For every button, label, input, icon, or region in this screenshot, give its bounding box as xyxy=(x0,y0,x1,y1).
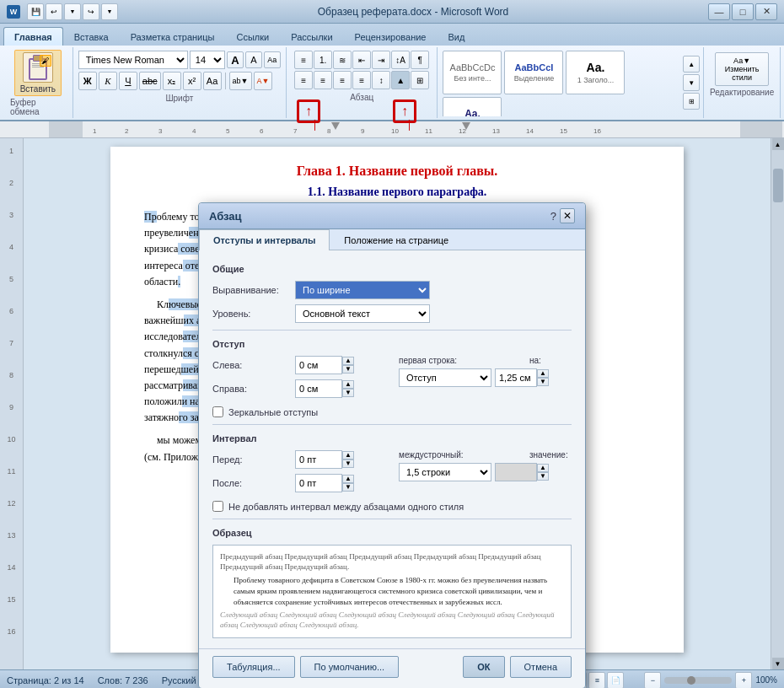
ok-button[interactable]: ОК xyxy=(463,656,504,678)
space-before-down[interactable]: ▼ xyxy=(342,460,354,468)
tab-mailings[interactable]: Рассылки xyxy=(280,27,343,46)
space-after-up[interactable]: ▲ xyxy=(342,475,354,483)
minimize-button[interactable]: — xyxy=(708,3,730,20)
change-case-button[interactable]: Аа xyxy=(203,72,222,90)
scroll-down-button[interactable]: ▼ xyxy=(772,658,784,669)
show-marks-button[interactable]: ¶ xyxy=(411,51,429,69)
bold-button[interactable]: Ж xyxy=(78,72,97,90)
outline-button[interactable]: ≡ xyxy=(588,672,605,689)
customize-button[interactable]: ▼ xyxy=(101,3,118,20)
tab-home[interactable]: Главная xyxy=(3,27,63,46)
italic-button[interactable]: К xyxy=(99,72,117,90)
space-after-down[interactable]: ▼ xyxy=(342,483,354,492)
increase-font-button[interactable]: A xyxy=(227,51,244,68)
tab-view[interactable]: Вид xyxy=(438,27,476,46)
tab-review[interactable]: Рецензирование xyxy=(344,27,438,46)
tabulation-button[interactable]: Табуляция... xyxy=(212,656,295,678)
align-justify-button[interactable]: ≡ xyxy=(352,71,371,89)
scrollbar-vertical[interactable]: ▲ ▼ xyxy=(771,138,784,669)
underline-button[interactable]: Ч xyxy=(119,72,137,90)
style-heading2[interactable]: Aa. 1 Заголо... xyxy=(566,51,625,94)
save-button[interactable]: 💾 xyxy=(27,3,44,20)
space-before-input[interactable] xyxy=(295,450,342,469)
svg-text:6: 6 xyxy=(260,127,264,135)
dialog-help-button[interactable]: ? xyxy=(550,210,556,223)
default-button[interactable]: По умолчанию... xyxy=(300,656,400,678)
draft-button[interactable]: 📄 xyxy=(607,672,624,689)
numbering-button[interactable]: 1. xyxy=(314,51,332,69)
first-line-value-input[interactable] xyxy=(495,368,537,387)
alignment-select[interactable]: По ширине xyxy=(295,281,430,299)
line-spacing-button[interactable]: ↕ xyxy=(372,71,390,89)
superscript-button[interactable]: x² xyxy=(183,72,201,90)
sort-button[interactable]: ↕A xyxy=(391,51,410,69)
styles-expand[interactable]: ⊞ xyxy=(683,93,700,110)
subscript-button[interactable]: x₂ xyxy=(163,72,181,90)
font-color-button[interactable]: A▼ xyxy=(254,72,273,90)
borders-button[interactable]: ⊞ xyxy=(411,71,429,89)
zoom-in-button[interactable]: + xyxy=(735,672,752,689)
mirror-indent-checkbox[interactable] xyxy=(212,406,223,417)
margin-num-3: 3 xyxy=(0,209,23,241)
indent-right-up[interactable]: ▲ xyxy=(342,380,354,389)
undo-dropdown[interactable]: ▼ xyxy=(64,3,81,20)
align-right-button[interactable]: ≡ xyxy=(333,71,352,89)
tab-page-layout[interactable]: Разметка страницы xyxy=(120,27,226,46)
scroll-thumb[interactable] xyxy=(773,169,783,202)
space-after-input[interactable] xyxy=(295,474,342,492)
style-heading1[interactable]: AaBbCcI Выделение xyxy=(504,51,563,94)
level-select[interactable]: Основной текст xyxy=(295,304,430,323)
tab-references[interactable]: Ссылки xyxy=(225,27,280,46)
scroll-up-button[interactable]: ▲ xyxy=(772,138,784,150)
zoom-out-button[interactable]: − xyxy=(644,672,661,689)
increase-indent-button[interactable]: ⇥ xyxy=(372,51,390,69)
highlight-button[interactable]: ab▼ xyxy=(229,72,252,90)
indent-left-input[interactable] xyxy=(295,356,342,374)
style-normal[interactable]: AaBbCcDc Без инте... xyxy=(443,51,502,94)
strikethrough-button[interactable]: abc xyxy=(139,72,161,90)
clear-format-button[interactable]: Aa xyxy=(264,51,281,68)
indent-right-row: Справа: ▲ ▼ xyxy=(212,379,385,398)
space-before-spinner: ▲ ▼ xyxy=(295,450,354,469)
indent-right-down[interactable]: ▼ xyxy=(342,389,354,397)
first-line-select[interactable]: Отступ xyxy=(399,368,491,387)
font-size-select[interactable]: 14 xyxy=(190,51,225,69)
paste-button[interactable]: 🖌 Вставить xyxy=(14,50,62,96)
chapter-title: Глава 1. Название первой главы. xyxy=(144,164,650,179)
decrease-font-button[interactable]: A xyxy=(245,51,262,68)
styles-scroll-down[interactable]: ▼ xyxy=(683,74,700,91)
dialog-tab-position[interactable]: Положение на странице xyxy=(330,229,463,250)
multilevel-button[interactable]: ≋ xyxy=(333,51,352,69)
line-spacing-up[interactable]: ▲ xyxy=(537,464,549,472)
no-interval-checkbox[interactable] xyxy=(212,501,223,512)
undo-button[interactable]: ↩ xyxy=(46,3,62,20)
change-styles-button[interactable]: Аа▼ Изменить стили xyxy=(715,52,769,86)
sample-section-label: Образец xyxy=(212,528,572,538)
line-spacing-value-input[interactable] xyxy=(495,463,537,481)
zoom-slider[interactable] xyxy=(664,677,732,684)
close-button[interactable]: ✕ xyxy=(755,3,777,20)
first-line-up[interactable]: ▲ xyxy=(537,369,549,378)
space-before-up[interactable]: ▲ xyxy=(342,451,354,460)
indent-left-up[interactable]: ▲ xyxy=(342,357,354,365)
dialog-close-button[interactable]: ✕ xyxy=(560,208,575,223)
tab-insert[interactable]: Вставка xyxy=(63,27,120,46)
ribbon-content: 🖌 Вставить Буфер обмена Times New Roman xyxy=(0,46,784,120)
decrease-indent-button[interactable]: ⇤ xyxy=(352,51,371,69)
dialog-tab-indent[interactable]: Отступы и интервалы xyxy=(199,229,330,250)
redo-button[interactable]: ↪ xyxy=(83,3,99,20)
bullets-button[interactable]: ≡ xyxy=(294,51,313,69)
first-line-down[interactable]: ▼ xyxy=(537,378,549,386)
styles-scroll-up[interactable]: ▲ xyxy=(683,56,700,73)
line-spacing-select[interactable]: 1,5 строки xyxy=(399,463,491,481)
align-center-button[interactable]: ≡ xyxy=(314,71,332,89)
cancel-button[interactable]: Отмена xyxy=(510,656,572,678)
style-heading3[interactable]: Aa. Заголо... xyxy=(443,97,502,116)
font-name-select[interactable]: Times New Roman xyxy=(78,51,188,69)
shading-button[interactable]: ▲ xyxy=(391,71,410,89)
indent-left-down[interactable]: ▼ xyxy=(342,365,354,374)
line-spacing-down[interactable]: ▼ xyxy=(537,472,549,481)
indent-right-input[interactable] xyxy=(295,379,342,398)
maximize-button[interactable]: □ xyxy=(732,3,754,20)
align-left-button[interactable]: ≡ xyxy=(294,71,313,89)
